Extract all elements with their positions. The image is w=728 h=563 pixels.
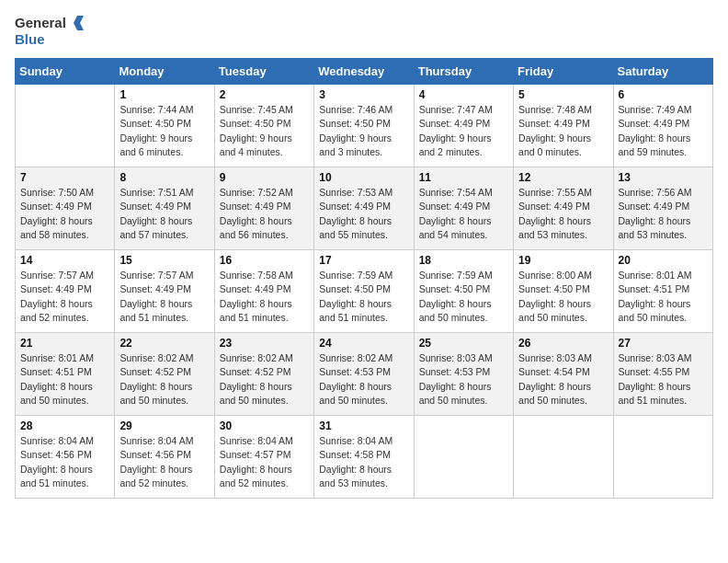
day-info: Sunrise: 7:44 AMSunset: 4:50 PMDaylight:… [119, 103, 209, 159]
calendar-cell [514, 416, 613, 499]
weekday-header: Sunday [16, 59, 115, 85]
day-number: 16 [220, 254, 309, 267]
day-number: 30 [220, 419, 309, 432]
day-info: Sunrise: 8:04 AMSunset: 4:56 PMDaylight:… [20, 434, 109, 490]
day-number: 27 [619, 337, 708, 350]
day-info: Sunrise: 7:50 AMSunset: 4:49 PMDaylight:… [20, 186, 109, 242]
calendar-cell: 14Sunrise: 7:57 AMSunset: 4:49 PMDayligh… [16, 250, 115, 333]
day-number: 5 [518, 88, 608, 101]
day-number: 23 [220, 337, 309, 350]
day-number: 28 [20, 419, 109, 432]
day-number: 18 [419, 254, 508, 267]
calendar-cell: 5Sunrise: 7:48 AMSunset: 4:49 PMDaylight… [514, 85, 613, 167]
day-number: 12 [518, 171, 608, 184]
calendar-cell [414, 416, 513, 499]
calendar-cell: 3Sunrise: 7:46 AMSunset: 4:50 PMDaylight… [314, 85, 414, 167]
day-info: Sunrise: 7:56 AMSunset: 4:49 PMDaylight:… [619, 186, 708, 242]
calendar-cell [16, 85, 115, 167]
calendar-cell: 17Sunrise: 7:59 AMSunset: 4:50 PMDayligh… [314, 250, 414, 333]
weekday-header: Friday [514, 59, 613, 85]
day-info: Sunrise: 8:02 AMSunset: 4:53 PMDaylight:… [319, 351, 408, 408]
weekday-header: Wednesday [314, 59, 414, 85]
day-info: Sunrise: 7:53 AMSunset: 4:49 PMDaylight:… [319, 186, 408, 242]
svg-marker-0 [74, 16, 84, 30]
day-number: 22 [119, 337, 209, 350]
day-info: Sunrise: 7:57 AMSunset: 4:49 PMDaylight:… [20, 269, 109, 325]
day-number: 17 [319, 254, 408, 267]
day-number: 24 [319, 337, 408, 350]
day-info: Sunrise: 7:48 AMSunset: 4:49 PMDaylight:… [518, 103, 608, 159]
calendar-cell: 23Sunrise: 8:02 AMSunset: 4:52 PMDayligh… [214, 333, 313, 416]
logo-general: General [15, 15, 66, 30]
calendar-cell: 25Sunrise: 8:03 AMSunset: 4:53 PMDayligh… [414, 333, 513, 416]
calendar-cell: 26Sunrise: 8:03 AMSunset: 4:54 PMDayligh… [514, 333, 613, 416]
day-info: Sunrise: 7:57 AMSunset: 4:49 PMDaylight:… [119, 269, 209, 325]
day-info: Sunrise: 8:00 AMSunset: 4:50 PMDaylight:… [518, 269, 608, 325]
day-number: 4 [419, 88, 508, 101]
day-info: Sunrise: 8:04 AMSunset: 4:58 PMDaylight:… [319, 434, 408, 490]
calendar-cell: 29Sunrise: 8:04 AMSunset: 4:56 PMDayligh… [115, 416, 214, 499]
logo-container: General Blue [15, 15, 85, 47]
calendar-cell: 10Sunrise: 7:53 AMSunset: 4:49 PMDayligh… [314, 167, 414, 250]
calendar-cell: 20Sunrise: 8:01 AMSunset: 4:51 PMDayligh… [613, 250, 712, 333]
day-number: 29 [119, 419, 209, 432]
calendar-cell: 7Sunrise: 7:50 AMSunset: 4:49 PMDaylight… [16, 167, 115, 250]
calendar-cell: 21Sunrise: 8:01 AMSunset: 4:51 PMDayligh… [16, 333, 115, 416]
logo-flag-icon [68, 15, 85, 31]
day-number: 19 [518, 254, 608, 267]
calendar-cell: 27Sunrise: 8:03 AMSunset: 4:55 PMDayligh… [613, 333, 712, 416]
day-info: Sunrise: 7:49 AMSunset: 4:49 PMDaylight:… [619, 103, 708, 159]
day-info: Sunrise: 7:46 AMSunset: 4:50 PMDaylight:… [319, 103, 408, 159]
day-info: Sunrise: 7:45 AMSunset: 4:50 PMDaylight:… [220, 103, 309, 159]
weekday-header: Monday [115, 59, 214, 85]
weekday-header: Saturday [613, 59, 712, 85]
calendar-cell: 16Sunrise: 7:58 AMSunset: 4:49 PMDayligh… [214, 250, 313, 333]
day-number: 10 [319, 171, 408, 184]
day-info: Sunrise: 8:01 AMSunset: 4:51 PMDaylight:… [20, 351, 109, 408]
day-info: Sunrise: 7:59 AMSunset: 4:50 PMDaylight:… [419, 269, 508, 325]
day-info: Sunrise: 8:01 AMSunset: 4:51 PMDaylight:… [619, 269, 708, 325]
calendar-cell: 2Sunrise: 7:45 AMSunset: 4:50 PMDaylight… [214, 85, 313, 167]
calendar-cell: 1Sunrise: 7:44 AMSunset: 4:50 PMDaylight… [115, 85, 214, 167]
calendar-cell [613, 416, 712, 499]
day-info: Sunrise: 8:03 AMSunset: 4:53 PMDaylight:… [419, 351, 508, 408]
day-number: 7 [20, 171, 109, 184]
day-number: 15 [119, 254, 209, 267]
day-number: 11 [419, 171, 508, 184]
calendar-cell: 11Sunrise: 7:54 AMSunset: 4:49 PMDayligh… [414, 167, 513, 250]
day-info: Sunrise: 8:03 AMSunset: 4:54 PMDaylight:… [518, 351, 608, 408]
calendar-cell: 24Sunrise: 8:02 AMSunset: 4:53 PMDayligh… [314, 333, 414, 416]
calendar-cell: 9Sunrise: 7:52 AMSunset: 4:49 PMDaylight… [214, 167, 313, 250]
calendar-cell: 13Sunrise: 7:56 AMSunset: 4:49 PMDayligh… [613, 167, 712, 250]
logo-blue: Blue [15, 31, 85, 47]
calendar-cell: 4Sunrise: 7:47 AMSunset: 4:49 PMDaylight… [414, 85, 513, 167]
weekday-header: Tuesday [214, 59, 313, 85]
day-number: 6 [619, 88, 708, 101]
day-info: Sunrise: 8:04 AMSunset: 4:57 PMDaylight:… [220, 434, 309, 490]
day-number: 8 [119, 171, 209, 184]
day-number: 25 [419, 337, 508, 350]
calendar-cell: 30Sunrise: 8:04 AMSunset: 4:57 PMDayligh… [214, 416, 313, 499]
calendar-cell: 22Sunrise: 8:02 AMSunset: 4:52 PMDayligh… [115, 333, 214, 416]
day-info: Sunrise: 7:47 AMSunset: 4:49 PMDaylight:… [419, 103, 508, 159]
day-info: Sunrise: 7:58 AMSunset: 4:49 PMDaylight:… [220, 269, 309, 325]
day-info: Sunrise: 8:03 AMSunset: 4:55 PMDaylight:… [619, 351, 708, 408]
calendar-cell: 8Sunrise: 7:51 AMSunset: 4:49 PMDaylight… [115, 167, 214, 250]
day-number: 14 [20, 254, 109, 267]
day-info: Sunrise: 8:04 AMSunset: 4:56 PMDaylight:… [119, 434, 209, 490]
calendar-cell: 12Sunrise: 7:55 AMSunset: 4:49 PMDayligh… [514, 167, 613, 250]
day-number: 20 [619, 254, 708, 267]
day-number: 13 [619, 171, 708, 184]
day-info: Sunrise: 7:59 AMSunset: 4:50 PMDaylight:… [319, 269, 408, 325]
day-number: 1 [119, 88, 209, 101]
day-number: 9 [220, 171, 309, 184]
day-info: Sunrise: 8:02 AMSunset: 4:52 PMDaylight:… [119, 351, 209, 408]
calendar-cell: 6Sunrise: 7:49 AMSunset: 4:49 PMDaylight… [613, 85, 712, 167]
calendar-cell: 31Sunrise: 8:04 AMSunset: 4:58 PMDayligh… [314, 416, 414, 499]
day-info: Sunrise: 7:51 AMSunset: 4:49 PMDaylight:… [119, 186, 209, 242]
calendar-cell: 28Sunrise: 8:04 AMSunset: 4:56 PMDayligh… [16, 416, 115, 499]
day-number: 3 [319, 88, 408, 101]
calendar-table: SundayMondayTuesdayWednesdayThursdayFrid… [15, 58, 713, 499]
logo: General Blue [15, 15, 85, 47]
day-number: 21 [20, 337, 109, 350]
